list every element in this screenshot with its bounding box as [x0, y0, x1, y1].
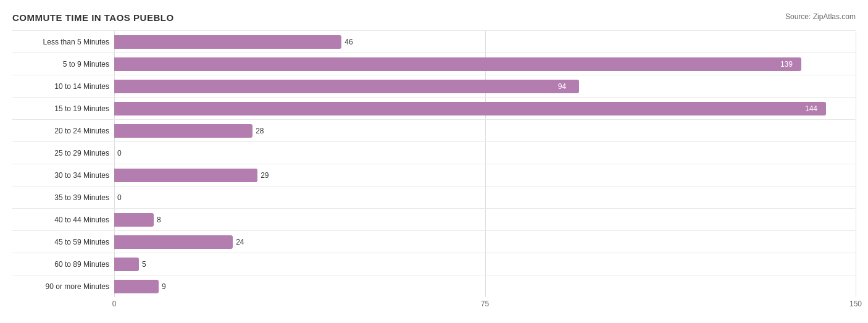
- bar-row: 10 to 14 Minutes94: [12, 75, 856, 97]
- grid-line: [485, 31, 486, 52]
- grid-line: [856, 209, 856, 230]
- grid-line: [856, 187, 856, 208]
- bar-fill: [114, 169, 257, 182]
- bar-value: 144: [805, 104, 817, 113]
- x-axis: 075150: [114, 300, 856, 312]
- bar-value: 5: [142, 260, 146, 269]
- bar-label: 30 to 34 Minutes: [12, 171, 114, 180]
- chart-area: Less than 5 Minutes465 to 9 Minutes13910…: [12, 30, 856, 312]
- chart-header: COMMUTE TIME IN TAOS PUEBLO Source: ZipA…: [12, 12, 856, 23]
- grid-line: [485, 275, 486, 297]
- grid-line: [856, 75, 856, 97]
- bar-track: 9: [114, 275, 856, 297]
- bar-row: Less than 5 Minutes46: [12, 30, 856, 52]
- bar-fill: [114, 57, 801, 71]
- grid-line: [856, 142, 856, 164]
- bar-value: 29: [261, 171, 269, 180]
- bar-value: 94: [558, 82, 566, 91]
- grid-line: [856, 53, 856, 75]
- bar-label: Less than 5 Minutes: [12, 38, 114, 46]
- x-tick: 0: [112, 300, 117, 308]
- bar-fill: [114, 213, 154, 227]
- grid-line: [856, 164, 856, 186]
- grid-line: [485, 231, 486, 253]
- bar-value: 28: [256, 127, 264, 135]
- grid-line: [856, 231, 856, 253]
- bar-row: 45 to 59 Minutes24: [12, 230, 856, 253]
- chart-source: Source: ZipAtlas.com: [785, 12, 856, 21]
- bar-row: 5 to 9 Minutes139: [12, 52, 856, 75]
- bar-fill: [114, 80, 579, 93]
- bar-row: 30 to 34 Minutes29: [12, 164, 856, 186]
- bar-track: 0: [114, 142, 856, 164]
- bar-fill: [114, 235, 233, 249]
- grid-line: [485, 209, 486, 230]
- bar-track: 139: [114, 53, 856, 75]
- x-tick: 150: [849, 300, 862, 308]
- bar-label: 20 to 24 Minutes: [12, 127, 114, 135]
- bar-fill: [114, 35, 341, 49]
- grid-line: [114, 142, 115, 164]
- grid-line: [485, 164, 486, 186]
- bar-fill: [114, 280, 159, 293]
- grid-line: [856, 31, 856, 52]
- bar-row: 15 to 19 Minutes144: [12, 97, 856, 119]
- bar-track: 5: [114, 253, 856, 275]
- bar-label: 35 to 39 Minutes: [12, 193, 114, 202]
- bar-row: 90 or more Minutes9: [12, 275, 856, 297]
- bar-row: 20 to 24 Minutes28: [12, 119, 856, 141]
- grid-line: [485, 120, 486, 141]
- bar-label: 60 to 89 Minutes: [12, 260, 114, 269]
- bar-value: 46: [344, 38, 353, 46]
- bar-row: 35 to 39 Minutes0: [12, 186, 856, 208]
- grid-line: [485, 253, 486, 275]
- bar-label: 15 to 19 Minutes: [12, 104, 114, 113]
- grid-line: [114, 187, 115, 208]
- chart-container: COMMUTE TIME IN TAOS PUEBLO Source: ZipA…: [0, 6, 868, 323]
- bar-fill: [114, 102, 826, 115]
- bar-track: 94: [114, 75, 856, 97]
- bar-row: 25 to 29 Minutes0: [12, 141, 856, 164]
- grid-line: [856, 275, 856, 297]
- bar-track: 46: [114, 31, 856, 52]
- bar-value: 139: [780, 60, 793, 69]
- grid-line: [856, 98, 856, 119]
- bar-fill: [114, 124, 252, 138]
- grid-line: [485, 142, 486, 164]
- bar-fill: [114, 258, 139, 271]
- bar-label: 45 to 59 Minutes: [12, 238, 114, 246]
- bar-row: 40 to 44 Minutes8: [12, 208, 856, 230]
- bar-track: 29: [114, 164, 856, 186]
- bar-row: 60 to 89 Minutes5: [12, 253, 856, 275]
- bar-value: 9: [162, 282, 166, 291]
- bar-value: 8: [157, 216, 161, 224]
- bar-label: 90 or more Minutes: [12, 282, 114, 291]
- bar-label: 25 to 29 Minutes: [12, 149, 114, 157]
- bar-track: 0: [114, 187, 856, 208]
- bar-value: 0: [117, 149, 122, 157]
- chart-title: COMMUTE TIME IN TAOS PUEBLO: [12, 12, 174, 23]
- bar-label: 5 to 9 Minutes: [12, 60, 114, 69]
- bar-value: 24: [236, 238, 244, 246]
- bar-track: 24: [114, 231, 856, 253]
- bar-label: 40 to 44 Minutes: [12, 216, 114, 224]
- bar-track: 8: [114, 209, 856, 230]
- x-tick: 75: [481, 300, 489, 308]
- bar-value: 0: [117, 193, 122, 202]
- grid-line: [856, 253, 856, 275]
- bar-track: 144: [114, 98, 856, 119]
- grid-line: [485, 187, 486, 208]
- grid-line: [856, 120, 856, 141]
- bar-track: 28: [114, 120, 856, 141]
- bar-label: 10 to 14 Minutes: [12, 82, 114, 91]
